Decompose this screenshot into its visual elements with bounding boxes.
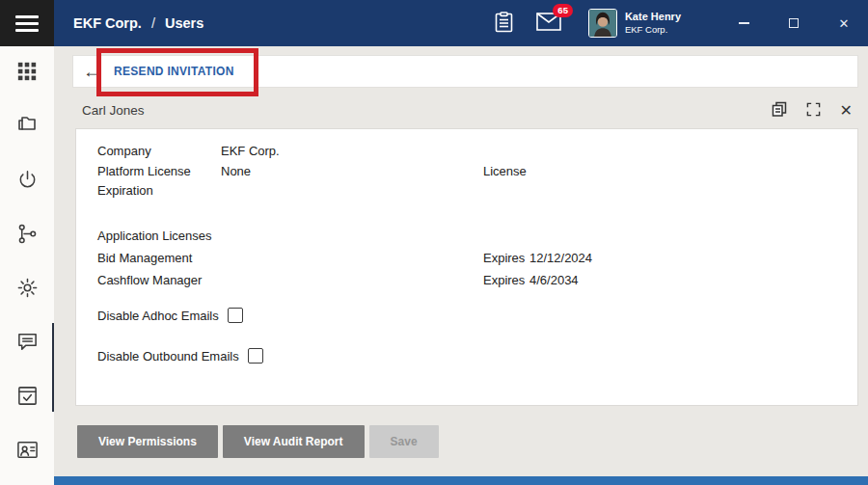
gear-icon — [16, 277, 39, 303]
app-licenses-header: Application Licenses — [97, 226, 838, 247]
duplicate-icon — [772, 101, 787, 120]
license-row: Cashflow Manager Expires 4/6/2034 — [97, 269, 838, 291]
chat-icon — [16, 331, 39, 357]
license-expires-label: Expires — [483, 247, 529, 269]
panel-close-button[interactable]: ✕ — [840, 103, 853, 119]
sidebar-item-power[interactable] — [0, 154, 54, 208]
license-expire-date: 4/6/2034 — [529, 269, 838, 291]
contact-card-icon — [16, 439, 39, 465]
bottom-status-bar — [54, 476, 868, 485]
user-avatar[interactable] — [588, 9, 617, 38]
titlebar: EKF Corp. / Users — [54, 0, 868, 46]
disable-adhoc-label: Disable Adhoc Emails — [97, 309, 219, 323]
minimize-button[interactable] — [737, 16, 750, 30]
license-column-label: License — [483, 162, 838, 201]
window-close-button[interactable]: ✕ — [837, 16, 851, 30]
company-label: Company — [97, 142, 221, 161]
sidebar-item-projects[interactable] — [0, 100, 54, 154]
disable-adhoc-row: Disable Adhoc Emails — [97, 308, 838, 323]
maximize-button[interactable] — [787, 16, 800, 30]
disable-outbound-row: Disable Outbound Emails — [97, 348, 838, 364]
breadcrumb-company[interactable]: EKF Corp. — [73, 15, 142, 31]
user-profile[interactable]: Kate Henry EKF Corp. — [588, 9, 681, 38]
action-buttons: View Permissions View Audit Report Save — [77, 425, 868, 458]
license-name: Cashflow Manager — [97, 269, 483, 291]
sidebar-item-workflow[interactable] — [0, 208, 54, 262]
duplicate-button[interactable] — [772, 101, 787, 120]
hamburger-icon — [15, 12, 39, 36]
clipboard-icon — [495, 12, 513, 36]
breadcrumb-separator: / — [151, 15, 155, 31]
workflow-icon — [16, 223, 39, 249]
breadcrumb: EKF Corp. / Users — [73, 15, 203, 31]
platform-license-row: Platform License Expiration None License — [97, 162, 838, 201]
apps-grid-icon — [16, 61, 38, 86]
mail-badge: 65 — [553, 4, 573, 17]
resend-invitation-button[interactable]: RESEND INVITATION — [114, 65, 234, 78]
fullscreen-icon — [806, 102, 821, 120]
company-value: EKF Corp. — [221, 142, 483, 161]
fullscreen-button[interactable] — [806, 102, 821, 120]
disable-outbound-label: Disable Outbound Emails — [97, 349, 239, 364]
sidebar-item-forms[interactable] — [0, 370, 54, 424]
minimize-icon — [739, 22, 749, 24]
sidebar-item-contacts[interactable] — [0, 424, 54, 478]
hamburger-menu-button[interactable] — [0, 0, 54, 46]
sidebar-item-chat[interactable] — [0, 316, 54, 370]
sidebar-nav — [0, 46, 54, 485]
user-detail-card: Company EKF Corp. Platform License Expir… — [75, 128, 858, 406]
window-controls: ✕ — [737, 16, 851, 30]
save-button[interactable]: Save — [369, 425, 439, 458]
back-button[interactable]: ← — [83, 63, 100, 80]
license-row: Bid Management Expires 12/12/2024 — [97, 247, 838, 269]
license-expires-label: Expires — [483, 269, 529, 291]
license-expire-date: 12/12/2024 — [529, 247, 838, 269]
breadcrumb-users[interactable]: Users — [165, 15, 203, 31]
sidebar-item-apps[interactable] — [0, 46, 54, 100]
main-content: ← RESEND INVITATION Carl Jones — [54, 46, 868, 485]
view-permissions-button[interactable]: View Permissions — [77, 425, 218, 458]
platform-license-label: Platform License Expiration — [97, 162, 221, 201]
panel-title: Carl Jones — [82, 103, 145, 118]
company-row: Company EKF Corp. — [97, 142, 838, 161]
view-audit-report-button[interactable]: View Audit Report — [223, 425, 365, 458]
maximize-icon — [789, 18, 799, 28]
user-name: Kate Henry — [625, 11, 681, 24]
license-name: Bid Management — [97, 247, 483, 269]
disable-outbound-checkbox[interactable] — [248, 348, 263, 364]
detail-header: Carl Jones — [82, 101, 853, 120]
folders-icon — [15, 114, 39, 141]
tasks-button[interactable] — [495, 12, 513, 36]
app-window: EKF Corp. / Users — [0, 0, 868, 485]
mail-button[interactable]: 65 — [536, 13, 561, 34]
power-icon — [16, 169, 39, 195]
user-org: EKF Corp. — [625, 24, 681, 36]
disable-adhoc-checkbox[interactable] — [228, 308, 243, 323]
platform-license-value: None — [221, 162, 483, 201]
action-bar: ← RESEND INVITATION — [72, 55, 858, 88]
sidebar-item-settings[interactable] — [0, 262, 54, 316]
form-check-icon — [16, 385, 39, 411]
